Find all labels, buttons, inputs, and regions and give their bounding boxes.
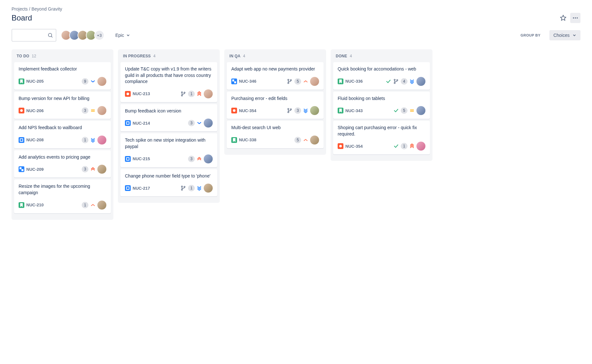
card-title: Tech spike on new stripe integration wit… bbox=[125, 137, 213, 150]
story-points-badge: 5 bbox=[294, 78, 301, 85]
issue-type-task-icon bbox=[125, 185, 131, 191]
column: IN PROGRESS 4 Update T&C copy with v1.9 … bbox=[118, 49, 220, 203]
svg-point-1 bbox=[573, 17, 574, 18]
groupby-label: GROUP BY bbox=[521, 33, 540, 37]
issue-card[interactable]: Shoping cart purchasing error - quick fi… bbox=[333, 121, 430, 154]
more-actions-button[interactable] bbox=[570, 13, 580, 23]
priority-highest-icon bbox=[197, 91, 202, 96]
issue-type-bug-icon bbox=[231, 108, 237, 113]
card-title: Multi-dest search UI web bbox=[231, 125, 319, 131]
assignee-avatar[interactable] bbox=[97, 201, 106, 210]
svg-point-3 bbox=[577, 17, 578, 18]
card-title: Bump feedback icon version bbox=[125, 108, 213, 114]
issue-card[interactable]: Bump feedback icon version NUC-2143 bbox=[120, 104, 217, 132]
epic-filter[interactable]: Epic bbox=[115, 33, 130, 38]
column-count: 4 bbox=[153, 54, 156, 58]
svg-point-12 bbox=[127, 93, 129, 95]
svg-rect-10 bbox=[20, 167, 21, 169]
assignee-avatar[interactable] bbox=[97, 165, 106, 174]
svg-point-20 bbox=[182, 189, 183, 190]
issue-card[interactable]: Add analytics events to pricing page NUC… bbox=[14, 150, 111, 178]
priority-med-high-icon bbox=[303, 79, 308, 84]
breadcrumb-root[interactable]: Projects bbox=[12, 6, 28, 12]
issue-card[interactable]: Tech spike on new stripe integration wit… bbox=[120, 133, 217, 167]
column-name: TO DO bbox=[17, 54, 29, 58]
svg-point-31 bbox=[394, 79, 396, 80]
svg-point-27 bbox=[233, 109, 235, 112]
assignee-avatar[interactable] bbox=[204, 119, 213, 128]
story-points-badge: 5 bbox=[401, 107, 407, 114]
svg-rect-22 bbox=[232, 79, 234, 81]
issue-card[interactable]: Add NPS feedback to wallboard NUC-2081 bbox=[14, 121, 111, 148]
issue-key: NUC-215 bbox=[133, 156, 150, 161]
issue-key: NUC-336 bbox=[345, 79, 363, 84]
issue-card[interactable]: Adapt web app no new payments provider N… bbox=[227, 62, 324, 90]
issue-type-subtask-icon bbox=[19, 166, 24, 172]
issue-card[interactable]: Multi-dest search UI web NUC-3385 bbox=[227, 121, 324, 148]
issue-card[interactable]: Implement feedback collector NUC-2059 bbox=[14, 62, 111, 90]
issue-key: NUC-205 bbox=[26, 79, 44, 84]
assignee-avatar[interactable] bbox=[310, 77, 319, 86]
story-points-badge: 4 bbox=[401, 78, 407, 85]
svg-point-21 bbox=[184, 186, 185, 187]
avatar-overflow[interactable]: +3 bbox=[94, 30, 104, 40]
svg-marker-0 bbox=[561, 15, 566, 21]
issue-type-story-icon bbox=[19, 202, 24, 208]
column-count: 4 bbox=[243, 54, 245, 58]
svg-point-33 bbox=[397, 79, 398, 81]
issue-key: NUC-209 bbox=[26, 167, 44, 172]
svg-point-6 bbox=[20, 109, 23, 112]
breadcrumb-project[interactable]: Beyond Gravity bbox=[31, 6, 62, 12]
assignee-avatar[interactable] bbox=[416, 142, 425, 151]
branch-icon bbox=[180, 91, 186, 97]
assignee-avatar[interactable] bbox=[204, 184, 213, 193]
svg-point-14 bbox=[182, 95, 183, 96]
issue-type-story-icon bbox=[338, 108, 343, 113]
assignee-avatar[interactable] bbox=[97, 136, 106, 145]
assignee-avatar[interactable] bbox=[204, 154, 213, 163]
column-header: IN QA 4 bbox=[227, 54, 324, 62]
issue-key: NUC-213 bbox=[133, 91, 150, 96]
story-points-badge: 1 bbox=[82, 202, 88, 208]
column-name: IN PROGRESS bbox=[123, 54, 151, 58]
issue-card[interactable]: Update T&C copy with v1.9 from the write… bbox=[120, 62, 217, 102]
issue-key: NUC-338 bbox=[239, 137, 256, 142]
story-points-badge: 1 bbox=[188, 91, 195, 97]
assignee-avatar[interactable] bbox=[97, 106, 106, 115]
star-icon bbox=[560, 15, 566, 21]
story-points-badge: 1 bbox=[188, 185, 195, 191]
assignee-avatar[interactable] bbox=[416, 106, 425, 115]
check-icon bbox=[393, 143, 399, 149]
card-title: Adapt web app no new payments provider bbox=[231, 66, 319, 72]
branch-icon bbox=[287, 108, 292, 113]
priority-high-icon bbox=[90, 167, 95, 172]
star-button[interactable] bbox=[558, 13, 568, 23]
search-input[interactable] bbox=[12, 29, 56, 42]
assignee-avatar[interactable] bbox=[310, 136, 319, 145]
assignee-avatar[interactable] bbox=[310, 106, 319, 115]
column-name: IN QA bbox=[229, 54, 241, 58]
priority-medium-icon bbox=[90, 108, 95, 113]
story-points-badge: 1 bbox=[401, 143, 407, 149]
assignee-avatar[interactable] bbox=[204, 89, 213, 98]
svg-point-26 bbox=[291, 79, 292, 81]
story-points-badge: 1 bbox=[82, 137, 88, 143]
issue-card[interactable]: Bump version for new API for billing NUC… bbox=[14, 92, 111, 119]
page-title: Board bbox=[12, 13, 32, 22]
card-title: Implement feedback collector bbox=[19, 66, 106, 72]
issue-card[interactable]: Fluid booking on tablets NUC-3435 bbox=[333, 92, 430, 119]
chevron-down-icon bbox=[126, 33, 130, 37]
issue-card[interactable]: Quick booking for accomodations - web NU… bbox=[333, 62, 430, 90]
groupby-select[interactable]: Choices bbox=[549, 30, 580, 40]
issue-card[interactable]: Change phone number field type to 'phone… bbox=[120, 169, 217, 197]
branch-icon bbox=[180, 185, 186, 191]
priority-lowest-icon bbox=[303, 108, 308, 113]
svg-point-25 bbox=[288, 82, 289, 84]
story-points-badge: 3 bbox=[294, 107, 301, 114]
assignee-avatar[interactable] bbox=[97, 77, 106, 86]
assignee-avatar[interactable] bbox=[416, 77, 425, 86]
issue-card[interactable]: Purchasing error - edit fields NUC-3543 bbox=[227, 92, 324, 119]
issue-card[interactable]: Resize the images for the upcoming campa… bbox=[14, 179, 111, 213]
svg-point-36 bbox=[339, 145, 342, 147]
column-header: DONE 4 bbox=[333, 54, 430, 62]
